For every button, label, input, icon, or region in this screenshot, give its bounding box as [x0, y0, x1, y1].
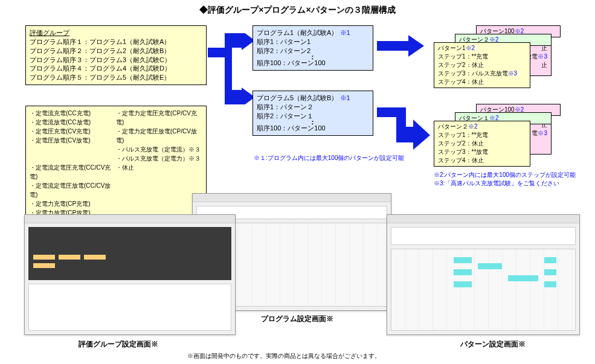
program-box-b: プログラム5（耐久試験B） ※1 順序1：パターン２ 順序2：パターン１ ： 順…: [252, 91, 373, 136]
screenshot-eval-group: [24, 214, 236, 335]
eval-row: プログラム順序４：プログラム4（耐久試験D）: [30, 64, 202, 73]
dev-note: ※画面は開発中のものです。実際の商品とは異なる場合がございます。: [187, 352, 381, 360]
footnote-3: ※3:「高速パルス充放電試験」をご覧ください: [434, 179, 559, 188]
screenshot-pattern: [387, 214, 580, 335]
pattern-l1: パターン２※2 ステップ1：**充電 ステップ2：休止 ステップ3：**放電 ス…: [434, 121, 530, 167]
eval-group-box: 評価グループ プログラム順序１：プログラム1（耐久試験A） プログラム順序２：プ…: [25, 25, 207, 85]
func-item: ・休止: [116, 163, 202, 172]
func-item: ・定電流定電圧充電(CC/CV充電): [30, 163, 116, 181]
prog-row: 順序100：パターン100: [257, 124, 369, 133]
prog-row: 順序1：パターン1: [257, 37, 369, 46]
pattern-step: ステップ3：**放電: [438, 148, 526, 156]
function-list-box: ・定電流充電(CC充電) ・定電流放電(CC放電) ・定電圧充電(CV充電) ・…: [25, 106, 207, 220]
footnote-2: ※2:パターン内には最大100個のステップが設定可能: [434, 171, 576, 179]
func-item: ・定電力充電(CP充電): [30, 199, 116, 208]
caption-program: プログラム設定画面※: [261, 314, 333, 324]
prog-header: プログラム1（耐久試験A）: [257, 29, 338, 36]
func-item: ・定電流放電(CC放電): [30, 118, 116, 127]
pattern-step: ステップ2：休止: [438, 139, 526, 148]
pattern-header: パターン２: [438, 123, 468, 130]
pattern-step: ステップ2：休止: [438, 61, 526, 69]
prog-row: 順序1：パターン２: [257, 103, 369, 112]
func-item: ・パルス充放電（定電流）※３: [116, 145, 202, 154]
eval-header: 評価グループ: [30, 28, 202, 37]
eval-row: プログラム順序３：プログラム3（耐久試験C）: [30, 56, 202, 65]
func-item: ・定電流充電(CC充電): [30, 109, 116, 118]
func-item: ・定電力定電圧充電(CP/CV充電): [116, 109, 202, 127]
eval-row: プログラム順序５：プログラム5（耐久試験E）: [30, 73, 202, 82]
prog-note: ※1: [340, 29, 350, 36]
caption-pattern: パターン設定画面※: [460, 339, 526, 350]
eval-row: プログラム順序１：プログラム1（耐久試験A）: [30, 37, 202, 46]
prog-note: ※1: [340, 94, 350, 101]
func-item: ・定電圧充電(CV充電): [30, 127, 116, 136]
prog-header: プログラム5（耐久試験B）: [257, 94, 338, 101]
arrow-right-down-icon: [377, 101, 430, 151]
func-item: ・パルス充放電（定電力）※３: [116, 154, 202, 163]
pattern-step: ステップ1：**充電: [438, 53, 526, 61]
footnote-1: ※１:プログラム内には最大100個のパターンが設定可能: [254, 154, 404, 162]
eval-row: プログラム順序２：プログラム2（耐久試験B）: [30, 46, 202, 56]
pattern-step: ステップ3：パルス充放電: [438, 70, 508, 77]
page-title: ◆評価グループ×プログラム×パターンの３階層構成: [199, 5, 395, 16]
pattern-header: パターン1: [438, 45, 466, 51]
pattern-l1: パターン1※2 ステップ1：**充電 ステップ2：休止 ステップ3：パルス充放電…: [434, 42, 530, 88]
caption-eval: 評価グループ設定画面※: [79, 339, 158, 350]
pattern-step: ステップ4：休止: [438, 156, 526, 165]
func-item: ・定電圧放電(CV放電): [30, 136, 116, 145]
arrow-branch-icon: [208, 33, 255, 106]
pattern-step: ステップ4：休止: [438, 78, 526, 86]
pattern-step: ステップ1：**充電: [438, 131, 526, 139]
func-item: ・定電流定電圧放電(CC/CV放電): [30, 181, 116, 199]
diagram-canvas: ◆評価グループ×プログラム×パターンの３階層構成 評価グループ プログラム順序１…: [0, 0, 595, 364]
func-item: ・定電力定電圧放電(CP/CV放電): [116, 127, 202, 145]
program-box-a: プログラム1（耐久試験A） ※1 順序1：パターン1 順序2：パターン2 ： 順…: [252, 25, 373, 71]
arrow-right-icon: [377, 35, 424, 58]
prog-row: 順序100：パターン100: [257, 59, 369, 68]
